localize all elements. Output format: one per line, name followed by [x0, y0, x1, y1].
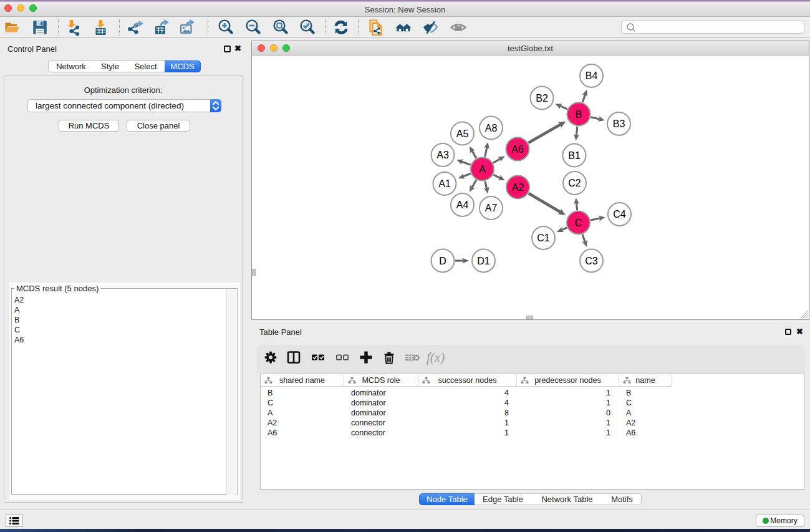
svg-text:B1: B1	[568, 150, 581, 161]
svg-text:C3: C3	[585, 256, 598, 266]
svg-text:A3: A3	[436, 150, 449, 160]
svg-text:C2: C2	[568, 178, 581, 188]
svg-text:B: B	[576, 109, 582, 120]
svg-text:A8: A8	[485, 123, 498, 133]
svg-text:A6: A6	[511, 144, 524, 155]
svg-text:C1: C1	[537, 233, 550, 243]
svg-text:A2: A2	[512, 182, 524, 193]
svg-text:D1: D1	[477, 256, 490, 266]
svg-text:B4: B4	[586, 70, 598, 81]
svg-text:A1: A1	[438, 178, 451, 189]
svg-text:A7: A7	[485, 203, 498, 213]
svg-text:A4: A4	[456, 200, 469, 210]
svg-text:C: C	[575, 218, 582, 228]
svg-text:C4: C4	[613, 209, 626, 220]
svg-text:D: D	[439, 256, 446, 266]
svg-text:B3: B3	[613, 118, 625, 129]
svg-text:A5: A5	[456, 128, 469, 139]
svg-text:B2: B2	[536, 93, 548, 104]
svg-text:A: A	[479, 164, 486, 175]
